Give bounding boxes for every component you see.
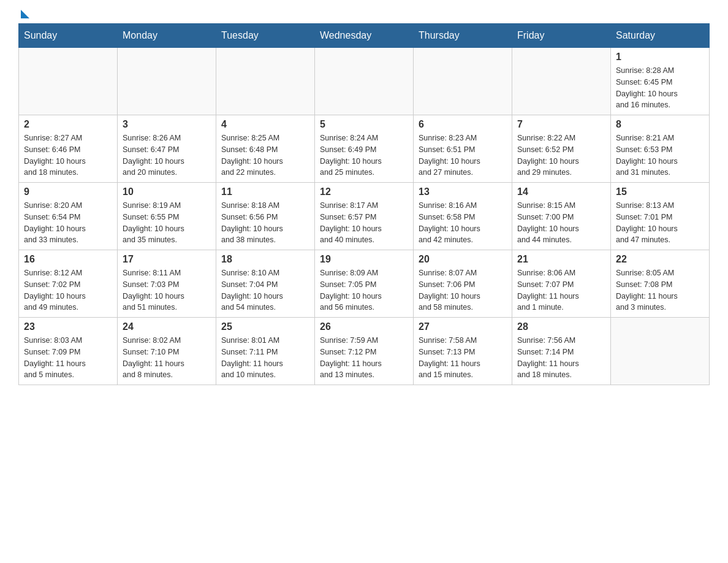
calendar-cell: 26Sunrise: 7:59 AM Sunset: 7:12 PM Dayli…	[315, 318, 414, 385]
calendar-week-row: 9Sunrise: 8:20 AM Sunset: 6:54 PM Daylig…	[19, 183, 710, 250]
calendar-cell: 25Sunrise: 8:01 AM Sunset: 7:11 PM Dayli…	[216, 318, 315, 385]
day-number: 13	[419, 186, 507, 197]
calendar-cell: 14Sunrise: 8:15 AM Sunset: 7:00 PM Dayli…	[512, 183, 611, 250]
weekday-header-thursday: Thursday	[414, 24, 512, 48]
calendar-cell: 5Sunrise: 8:24 AM Sunset: 6:49 PM Daylig…	[315, 115, 414, 183]
day-number: 16	[24, 254, 112, 265]
calendar-cell	[216, 48, 315, 115]
logo-general	[18, 12, 29, 18]
day-info: Sunrise: 8:22 AM Sunset: 6:52 PM Dayligh…	[517, 132, 605, 178]
day-number: 21	[517, 254, 605, 265]
day-number: 8	[616, 119, 704, 130]
calendar-cell: 27Sunrise: 7:58 AM Sunset: 7:13 PM Dayli…	[414, 318, 512, 385]
weekday-header-wednesday: Wednesday	[315, 24, 414, 48]
day-info: Sunrise: 8:23 AM Sunset: 6:51 PM Dayligh…	[419, 132, 507, 178]
weekday-header-monday: Monday	[118, 24, 216, 48]
day-info: Sunrise: 8:18 AM Sunset: 6:56 PM Dayligh…	[221, 200, 309, 246]
calendar-cell: 15Sunrise: 8:13 AM Sunset: 7:01 PM Dayli…	[611, 183, 710, 250]
day-number: 7	[517, 119, 605, 130]
day-info: Sunrise: 7:58 AM Sunset: 7:13 PM Dayligh…	[419, 335, 507, 381]
day-number: 28	[517, 321, 605, 332]
calendar-week-row: 16Sunrise: 8:12 AM Sunset: 7:02 PM Dayli…	[19, 250, 710, 318]
day-info: Sunrise: 8:05 AM Sunset: 7:08 PM Dayligh…	[616, 267, 704, 313]
day-number: 17	[123, 254, 211, 265]
calendar-cell: 10Sunrise: 8:19 AM Sunset: 6:55 PM Dayli…	[118, 183, 216, 250]
day-info: Sunrise: 8:12 AM Sunset: 7:02 PM Dayligh…	[24, 267, 112, 313]
day-number: 15	[616, 186, 704, 197]
day-number: 1	[616, 52, 704, 63]
calendar-cell	[315, 48, 414, 115]
day-info: Sunrise: 8:13 AM Sunset: 7:01 PM Dayligh…	[616, 200, 704, 246]
calendar-cell	[512, 48, 611, 115]
day-number: 3	[123, 119, 211, 130]
day-info: Sunrise: 8:07 AM Sunset: 7:06 PM Dayligh…	[419, 267, 507, 313]
day-number: 6	[419, 119, 507, 130]
calendar-cell: 28Sunrise: 7:56 AM Sunset: 7:14 PM Dayli…	[512, 318, 611, 385]
calendar-cell: 17Sunrise: 8:11 AM Sunset: 7:03 PM Dayli…	[118, 250, 216, 318]
day-number: 23	[24, 321, 112, 332]
day-number: 24	[123, 321, 211, 332]
day-number: 9	[24, 186, 112, 197]
day-info: Sunrise: 8:20 AM Sunset: 6:54 PM Dayligh…	[24, 200, 112, 246]
calendar-table: SundayMondayTuesdayWednesdayThursdayFrid…	[18, 23, 710, 385]
calendar-cell: 9Sunrise: 8:20 AM Sunset: 6:54 PM Daylig…	[19, 183, 118, 250]
day-number: 4	[221, 119, 309, 130]
day-info: Sunrise: 8:10 AM Sunset: 7:04 PM Dayligh…	[221, 267, 309, 313]
calendar-cell	[19, 48, 118, 115]
day-number: 20	[419, 254, 507, 265]
day-info: Sunrise: 8:16 AM Sunset: 6:58 PM Dayligh…	[419, 200, 507, 246]
day-info: Sunrise: 8:01 AM Sunset: 7:11 PM Dayligh…	[221, 335, 309, 381]
day-info: Sunrise: 8:02 AM Sunset: 7:10 PM Dayligh…	[123, 335, 211, 381]
calendar-cell: 18Sunrise: 8:10 AM Sunset: 7:04 PM Dayli…	[216, 250, 315, 318]
logo	[18, 12, 29, 17]
day-number: 12	[320, 186, 408, 197]
calendar-cell: 20Sunrise: 8:07 AM Sunset: 7:06 PM Dayli…	[414, 250, 512, 318]
day-number: 2	[24, 119, 112, 130]
calendar-cell: 13Sunrise: 8:16 AM Sunset: 6:58 PM Dayli…	[414, 183, 512, 250]
calendar-cell: 21Sunrise: 8:06 AM Sunset: 7:07 PM Dayli…	[512, 250, 611, 318]
day-info: Sunrise: 8:19 AM Sunset: 6:55 PM Dayligh…	[123, 200, 211, 246]
day-info: Sunrise: 8:26 AM Sunset: 6:47 PM Dayligh…	[123, 132, 211, 178]
day-info: Sunrise: 8:17 AM Sunset: 6:57 PM Dayligh…	[320, 200, 408, 246]
day-info: Sunrise: 7:59 AM Sunset: 7:12 PM Dayligh…	[320, 335, 408, 381]
calendar-week-row: 1Sunrise: 8:28 AM Sunset: 6:45 PM Daylig…	[19, 48, 710, 115]
calendar-cell: 11Sunrise: 8:18 AM Sunset: 6:56 PM Dayli…	[216, 183, 315, 250]
day-number: 19	[320, 254, 408, 265]
calendar-cell: 3Sunrise: 8:26 AM Sunset: 6:47 PM Daylig…	[118, 115, 216, 183]
calendar-cell: 22Sunrise: 8:05 AM Sunset: 7:08 PM Dayli…	[611, 250, 710, 318]
logo-arrow-icon	[21, 10, 29, 18]
weekday-header-row: SundayMondayTuesdayWednesdayThursdayFrid…	[19, 24, 710, 48]
calendar-cell: 24Sunrise: 8:02 AM Sunset: 7:10 PM Dayli…	[118, 318, 216, 385]
day-number: 22	[616, 254, 704, 265]
day-number: 5	[320, 119, 408, 130]
day-info: Sunrise: 8:15 AM Sunset: 7:00 PM Dayligh…	[517, 200, 605, 246]
calendar-cell: 4Sunrise: 8:25 AM Sunset: 6:48 PM Daylig…	[216, 115, 315, 183]
calendar-cell: 2Sunrise: 8:27 AM Sunset: 6:46 PM Daylig…	[19, 115, 118, 183]
day-info: Sunrise: 8:28 AM Sunset: 6:45 PM Dayligh…	[616, 65, 704, 111]
day-info: Sunrise: 8:24 AM Sunset: 6:49 PM Dayligh…	[320, 132, 408, 178]
calendar-cell: 8Sunrise: 8:21 AM Sunset: 6:53 PM Daylig…	[611, 115, 710, 183]
calendar-cell: 6Sunrise: 8:23 AM Sunset: 6:51 PM Daylig…	[414, 115, 512, 183]
day-info: Sunrise: 7:56 AM Sunset: 7:14 PM Dayligh…	[517, 335, 605, 381]
calendar-cell: 7Sunrise: 8:22 AM Sunset: 6:52 PM Daylig…	[512, 115, 611, 183]
day-number: 14	[517, 186, 605, 197]
calendar-cell: 12Sunrise: 8:17 AM Sunset: 6:57 PM Dayli…	[315, 183, 414, 250]
day-info: Sunrise: 8:25 AM Sunset: 6:48 PM Dayligh…	[221, 132, 309, 178]
calendar-cell: 19Sunrise: 8:09 AM Sunset: 7:05 PM Dayli…	[315, 250, 414, 318]
calendar-cell: 16Sunrise: 8:12 AM Sunset: 7:02 PM Dayli…	[19, 250, 118, 318]
calendar-cell: 1Sunrise: 8:28 AM Sunset: 6:45 PM Daylig…	[611, 48, 710, 115]
day-info: Sunrise: 8:09 AM Sunset: 7:05 PM Dayligh…	[320, 267, 408, 313]
weekday-header-sunday: Sunday	[19, 24, 118, 48]
day-number: 11	[221, 186, 309, 197]
day-info: Sunrise: 8:11 AM Sunset: 7:03 PM Dayligh…	[123, 267, 211, 313]
weekday-header-friday: Friday	[512, 24, 611, 48]
page-header	[18, 12, 710, 17]
day-info: Sunrise: 8:06 AM Sunset: 7:07 PM Dayligh…	[517, 267, 605, 313]
day-info: Sunrise: 8:21 AM Sunset: 6:53 PM Dayligh…	[616, 132, 704, 178]
day-number: 18	[221, 254, 309, 265]
day-info: Sunrise: 8:27 AM Sunset: 6:46 PM Dayligh…	[24, 132, 112, 178]
weekday-header-tuesday: Tuesday	[216, 24, 315, 48]
day-number: 27	[419, 321, 507, 332]
weekday-header-saturday: Saturday	[611, 24, 710, 48]
day-number: 26	[320, 321, 408, 332]
